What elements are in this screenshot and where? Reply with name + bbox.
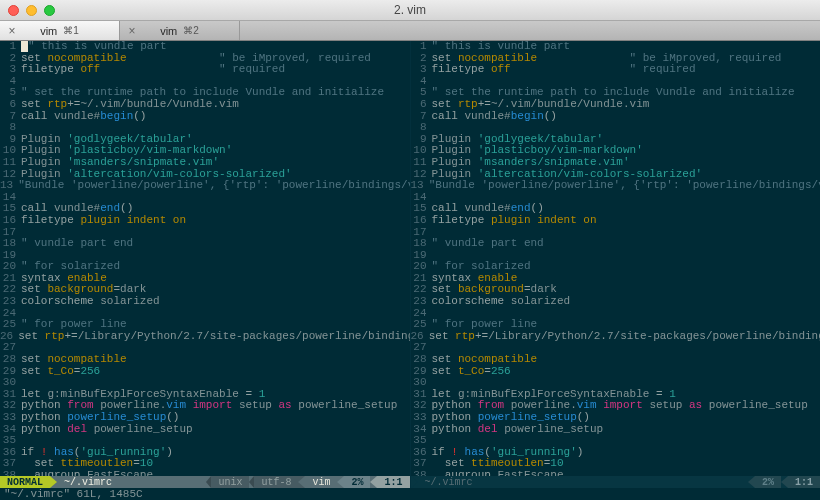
cursor-icon	[21, 41, 28, 52]
line-number: 18	[0, 238, 21, 250]
status-filetype: vim	[305, 476, 337, 488]
line-text: call vundle#begin()	[21, 111, 410, 123]
status-position: 1:1	[788, 476, 820, 488]
line-text: python del powerline_setup	[21, 424, 410, 436]
line-number: 33	[411, 412, 432, 424]
code-line[interactable]: 3filetype off " required	[411, 64, 821, 76]
line-number: 13	[411, 180, 429, 192]
right-pane[interactable]: 1" this is vundle part2set nocompatible …	[411, 41, 821, 488]
separator-icon	[298, 476, 305, 488]
line-text: " vundle part end	[21, 238, 410, 250]
code-line[interactable]: 23colorscheme solarized	[0, 296, 410, 308]
line-number: 1	[411, 41, 432, 53]
separator-icon	[411, 476, 418, 488]
line-text: set rtp+=/Library/Python/2.7/site-packag…	[429, 331, 820, 343]
separator-icon	[370, 476, 377, 488]
terminal-tab-2[interactable]: × vim ⌘2	[120, 21, 240, 40]
separator-icon	[781, 476, 788, 488]
terminal-tab-1[interactable]: × vim ⌘1	[0, 21, 120, 40]
line-text: set t_Co=256	[432, 366, 821, 378]
line-text: filetype off " required	[21, 64, 410, 76]
tab-shortcut: ⌘2	[183, 25, 199, 36]
status-encoding: utf-8	[254, 476, 298, 488]
line-text: python del powerline_setup	[432, 424, 821, 436]
code-line[interactable]: 13"Bundle 'powerline/powerline', {'rtp':…	[0, 180, 410, 192]
close-window-icon[interactable]	[8, 5, 19, 16]
statusline-right: ~/.vimrc 2% 1:1	[411, 476, 821, 488]
left-pane[interactable]: 1" this is vundle part2set nocompatible …	[0, 41, 411, 488]
line-number: 23	[411, 296, 432, 308]
line-text: filetype plugin indent on	[21, 215, 410, 227]
window-title: 2. vim	[394, 3, 426, 17]
code-view-right[interactable]: 1" this is vundle part2set nocompatible …	[411, 41, 821, 476]
code-line[interactable]: 29set t_Co=256	[411, 366, 821, 378]
status-percent: 2%	[755, 476, 781, 488]
line-text: filetype off " required	[432, 64, 821, 76]
status-fileformat: unix	[211, 476, 249, 488]
command-line[interactable]: "~/.vimrc" 61L, 1485C	[0, 488, 820, 500]
status-filename: ~/.vimrc	[57, 476, 206, 488]
status-percent: 2%	[344, 476, 370, 488]
code-view-left[interactable]: 1" this is vundle part2set nocompatible …	[0, 41, 410, 476]
editor-area: 1" this is vundle part2set nocompatible …	[0, 41, 820, 488]
code-line[interactable]: 34python del powerline_setup	[0, 424, 410, 436]
line-text: "Bundle 'powerline/powerline', {'rtp': '…	[18, 180, 409, 192]
code-line[interactable]: 16filetype plugin indent on	[411, 215, 821, 227]
status-position: 1:1	[377, 476, 409, 488]
line-number: 33	[0, 412, 21, 424]
code-line[interactable]: 23colorscheme solarized	[411, 296, 821, 308]
code-line[interactable]: 7call vundle#begin()	[0, 111, 410, 123]
line-number: 6	[0, 99, 21, 111]
line-text: set rtp+=/Library/Python/2.7/site-packag…	[18, 331, 409, 343]
line-number: 13	[0, 180, 18, 192]
code-line[interactable]: 26set rtp+=/Library/Python/2.7/site-pack…	[411, 331, 821, 343]
line-number: 18	[411, 238, 432, 250]
code-line[interactable]: 18" vundle part end	[0, 238, 410, 250]
close-tab-icon[interactable]: ×	[6, 25, 18, 37]
tab-label: vim	[160, 25, 177, 37]
code-line[interactable]: 34python del powerline_setup	[411, 424, 821, 436]
line-text: set t_Co=256	[21, 366, 410, 378]
line-text: colorscheme solarized	[21, 296, 410, 308]
line-text: colorscheme solarized	[432, 296, 821, 308]
separator-icon	[748, 476, 755, 488]
status-filename: ~/.vimrc	[418, 476, 748, 488]
minimize-window-icon[interactable]	[26, 5, 37, 16]
status-mode: NORMAL	[0, 476, 50, 488]
line-text: " vundle part end	[432, 238, 821, 250]
line-number: 6	[411, 99, 432, 111]
line-text: filetype plugin indent on	[432, 215, 821, 227]
line-number: 11	[0, 157, 21, 169]
line-number: 11	[411, 157, 432, 169]
tab-label: vim	[40, 25, 57, 37]
window-titlebar: 2. vim	[0, 0, 820, 21]
traffic-lights	[8, 5, 55, 16]
close-tab-icon[interactable]: ×	[126, 25, 138, 37]
line-number: 8	[411, 122, 432, 134]
separator-icon	[337, 476, 344, 488]
code-line[interactable]: 3filetype off " required	[0, 64, 410, 76]
line-text: "Bundle 'powerline/powerline', {'rtp': '…	[429, 180, 820, 192]
code-line[interactable]: 16filetype plugin indent on	[0, 215, 410, 227]
line-text: call vundle#begin()	[432, 111, 821, 123]
zoom-window-icon[interactable]	[44, 5, 55, 16]
line-number: 28	[0, 354, 21, 366]
statusline-left: NORMAL ~/.vimrc unix utf-8 vim 2% 1:1	[0, 476, 410, 488]
tab-bar: × vim ⌘1 × vim ⌘2	[0, 21, 820, 41]
code-line[interactable]: 26set rtp+=/Library/Python/2.7/site-pack…	[0, 331, 410, 343]
code-line[interactable]: 29set t_Co=256	[0, 366, 410, 378]
line-number: 28	[411, 354, 432, 366]
tab-shortcut: ⌘1	[63, 25, 79, 36]
line-number: 1	[0, 41, 21, 53]
code-line[interactable]: 18" vundle part end	[411, 238, 821, 250]
line-number: 8	[0, 122, 21, 134]
line-number: 23	[0, 296, 21, 308]
line-number: 16	[411, 215, 432, 227]
line-number: 16	[0, 215, 21, 227]
code-line[interactable]: 13"Bundle 'powerline/powerline', {'rtp':…	[411, 180, 821, 192]
code-line[interactable]: 7call vundle#begin()	[411, 111, 821, 123]
separator-icon	[50, 476, 57, 488]
